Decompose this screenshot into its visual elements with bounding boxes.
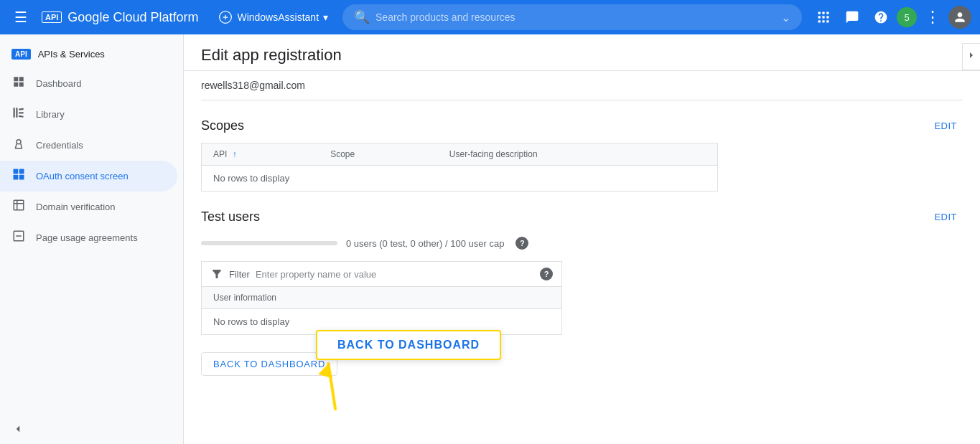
more-options-button[interactable]: ⋮ — [920, 4, 946, 30]
svg-rect-24 — [14, 200, 24, 210]
svg-rect-12 — [14, 82, 18, 87]
sidebar: API APIs & Services Dashboard Library Cr… — [0, 34, 184, 444]
right-collapse-icon — [966, 49, 977, 61]
sidebar-item-credentials[interactable]: Credentials — [0, 130, 177, 161]
sidebar-item-library[interactable]: Library — [0, 99, 177, 130]
svg-rect-2 — [822, 12, 824, 14]
sidebar-item-domain-label: Domain verification — [36, 202, 116, 212]
help-button[interactable] — [868, 4, 894, 30]
svg-rect-22 — [14, 175, 19, 180]
progress-section: 0 users (0 test, 0 other) / 100 user cap… — [201, 237, 963, 250]
project-icon — [218, 10, 233, 24]
nav-right-actions: 5 ⋮ — [811, 4, 971, 30]
test-users-title: Test users — [201, 209, 260, 225]
filter-icon — [210, 268, 223, 280]
sidebar-collapse-btn[interactable] — [0, 414, 183, 444]
svg-rect-13 — [19, 82, 24, 87]
scopes-edit-button[interactable]: EDIT — [928, 118, 963, 134]
sidebar-item-dashboard-label: Dashboard — [36, 78, 82, 89]
svg-point-19 — [17, 140, 21, 144]
progress-help-icon[interactable]: ? — [515, 237, 528, 250]
user-avatar[interactable] — [948, 6, 971, 29]
svg-rect-16 — [19, 108, 24, 110]
svg-rect-1 — [818, 12, 821, 14]
table-row: No rows to display — [202, 166, 718, 192]
svg-rect-14 — [14, 108, 15, 118]
svg-rect-8 — [822, 20, 824, 22]
filter-input[interactable] — [256, 269, 531, 280]
sidebar-item-domain[interactable]: Domain verification — [0, 192, 177, 222]
project-dropdown-icon: ▾ — [323, 11, 328, 23]
svg-rect-18 — [19, 115, 24, 118]
page-title: Edit app registration — [201, 46, 963, 65]
sidebar-item-page-usage[interactable]: Page usage agreements — [0, 222, 177, 253]
sidebar-item-library-label: Library — [36, 109, 65, 120]
svg-marker-28 — [318, 362, 337, 381]
svg-rect-21 — [19, 169, 24, 174]
progress-bar — [201, 241, 337, 245]
svg-rect-20 — [14, 169, 19, 174]
scopes-no-rows: No rows to display — [202, 166, 718, 192]
user-badge[interactable]: 5 — [897, 7, 917, 27]
search-expand-icon: ⌄ — [781, 11, 790, 24]
svg-rect-10 — [14, 77, 18, 81]
back-to-dashboard-highlight[interactable]: BACK TO DASHBOARD — [316, 330, 501, 360]
sort-icon[interactable]: ↑ — [233, 149, 237, 159]
svg-rect-11 — [19, 77, 24, 81]
sidebar-api-badge: API — [11, 49, 31, 60]
scopes-table: API ↑ Scope User-facing description No r… — [201, 143, 718, 192]
sidebar-section-title: APIs & Services — [38, 49, 105, 60]
apps-icon — [816, 10, 831, 24]
api-logo-badge: API — [42, 11, 62, 23]
scopes-section-header: Scopes EDIT — [201, 118, 963, 134]
sidebar-item-page-usage-label: Page usage agreements — [36, 232, 138, 243]
right-collapse-btn[interactable] — [962, 43, 980, 70]
project-selector[interactable]: WindowsAssistant ▾ — [213, 7, 334, 27]
filter-help-icon[interactable]: ? — [540, 268, 553, 280]
domain-icon — [11, 199, 26, 215]
main-content-area: Edit app registration rewells318@gmail.c… — [184, 34, 980, 444]
page-usage-icon — [11, 230, 26, 246]
svg-rect-4 — [818, 16, 821, 18]
email-row: rewells318@gmail.com — [201, 71, 963, 100]
top-nav: ☰ API Google Cloud Platform WindowsAssis… — [0, 0, 980, 34]
gcp-logo-text: Google Cloud Platform — [67, 10, 198, 25]
svg-rect-6 — [826, 16, 829, 18]
scopes-col-scope: Scope — [319, 143, 438, 166]
svg-rect-17 — [19, 112, 24, 113]
user-info-col: User information — [202, 287, 562, 309]
user-email: rewells318@gmail.com — [201, 80, 305, 91]
sidebar-item-dashboard[interactable]: Dashboard — [0, 68, 177, 99]
search-icon: 🔍 — [354, 9, 370, 25]
sidebar-item-credentials-label: Credentials — [36, 140, 83, 151]
scopes-col-description: User-facing description — [438, 143, 718, 166]
library-icon — [11, 106, 26, 123]
sidebar-item-oauth-label: OAuth consent screen — [36, 171, 129, 181]
help-icon — [874, 10, 888, 24]
svg-rect-23 — [19, 175, 24, 180]
app-layout: API APIs & Services Dashboard Library Cr… — [0, 34, 980, 444]
sidebar-item-oauth[interactable]: OAuth consent screen — [0, 161, 177, 192]
test-users-section-header: Test users EDIT — [201, 209, 963, 225]
scopes-section: Scopes EDIT API ↑ Scope User-facing desc… — [201, 118, 963, 192]
sidebar-header: API APIs & Services — [0, 40, 183, 68]
credentials-icon — [11, 137, 26, 153]
svg-line-27 — [310, 364, 353, 409]
support-button[interactable] — [839, 4, 865, 30]
svg-rect-15 — [16, 108, 17, 118]
search-input[interactable] — [375, 11, 775, 23]
collapse-icon — [11, 422, 24, 435]
page-header: Edit app registration — [184, 34, 980, 71]
test-users-edit-button[interactable]: EDIT — [928, 209, 963, 225]
menu-icon[interactable]: ☰ — [9, 3, 33, 32]
svg-rect-3 — [826, 12, 829, 14]
gcp-logo[interactable]: API Google Cloud Platform — [42, 10, 198, 25]
apps-button[interactable] — [811, 4, 836, 30]
user-table: User information No rows to display — [201, 286, 562, 335]
project-name: WindowsAssistant — [237, 11, 319, 23]
dashboard-icon — [11, 75, 26, 92]
main-content: rewells318@gmail.com Scopes EDIT API ↑ — [184, 71, 980, 399]
search-bar[interactable]: 🔍 ⌄ — [342, 4, 802, 30]
filter-bar[interactable]: Filter ? — [201, 261, 562, 286]
support-icon — [845, 10, 859, 24]
